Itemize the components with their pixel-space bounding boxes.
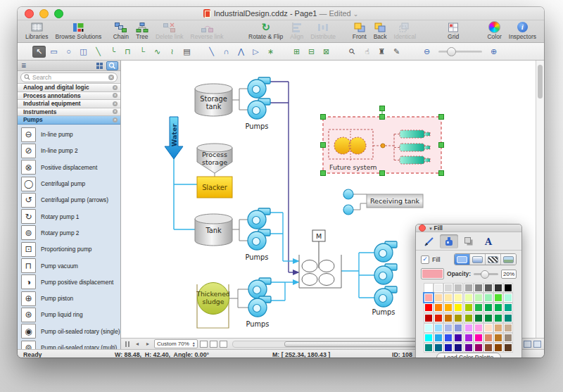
close-category-icon[interactable] (113, 93, 118, 98)
pump-library-item[interactable]: ⊖In-line pump (21, 127, 120, 143)
scrollbar-thumb[interactable] (538, 65, 543, 99)
page-tab[interactable] (210, 341, 217, 348)
pump-library-item[interactable]: ⊘In-line pump 2 (21, 143, 120, 159)
libraries-button[interactable]: Libraries (25, 21, 49, 40)
pump-shape[interactable] (374, 286, 397, 307)
fit-page-icon[interactable] (524, 341, 531, 348)
pump-library-item[interactable]: ⊛Pump liquid ring (21, 307, 120, 323)
color-swatch[interactable] (474, 343, 483, 352)
close-category-icon[interactable] (113, 101, 118, 106)
color-swatch[interactable] (484, 284, 493, 292)
color-swatch[interactable] (484, 303, 493, 312)
search-view-button[interactable] (106, 61, 118, 70)
zoom-slider[interactable] (438, 51, 482, 53)
color-swatch[interactable] (444, 324, 453, 332)
pipe-water[interactable] (174, 159, 197, 229)
color-swatch[interactable] (494, 293, 502, 302)
close-category-icon[interactable] (113, 109, 118, 114)
color-swatch[interactable] (464, 293, 473, 302)
pump-library-item[interactable]: ⊡Proportioning pump (21, 241, 120, 258)
color-swatch[interactable] (504, 334, 512, 342)
color-swatch[interactable] (454, 284, 462, 292)
tab-line-style[interactable] (420, 234, 438, 248)
color-swatch[interactable] (454, 343, 462, 352)
line-tool[interactable]: ╲ (205, 46, 218, 58)
pump-library-item[interactable]: ↻Rotary pump 1 (21, 208, 120, 225)
library-category-instruments[interactable]: Instruments (18, 108, 120, 117)
delete-link-button[interactable]: Delete link (156, 21, 184, 40)
color-swatch[interactable] (434, 293, 443, 302)
color-swatch[interactable] (494, 314, 502, 322)
tree-button[interactable]: Tree (136, 21, 148, 40)
pump-library-item[interactable]: ⊕Pump piston (21, 290, 120, 306)
color-swatch[interactable] (494, 334, 502, 342)
thickened-sludge-shape[interactable]: Thickened sludge (196, 283, 230, 329)
future-blower-shape[interactable] (349, 137, 366, 154)
slacker-shape[interactable]: Slacker (197, 177, 232, 198)
zoom-level-select[interactable]: Custom 70% ▲▼ (154, 339, 198, 348)
color-swatch[interactable] (494, 303, 502, 312)
color-swatch[interactable] (504, 284, 512, 292)
load-color-palette-button[interactable]: Load Color Palette (436, 353, 501, 358)
library-category-industrial-equipment[interactable]: Industrial equipment (18, 100, 120, 108)
magnifier-tool[interactable]: ⚲ (343, 42, 361, 60)
pump-library-item[interactable]: ⊚Rotary pump 2 (21, 225, 120, 241)
color-swatch[interactable] (424, 334, 433, 342)
pump-shape[interactable] (374, 241, 397, 262)
color-swatch[interactable] (484, 293, 493, 302)
color-swatch[interactable] (424, 324, 433, 332)
color-swatch[interactable] (484, 343, 493, 352)
color-swatch[interactable] (464, 324, 473, 332)
back-button[interactable]: Back (374, 21, 387, 40)
color-swatch[interactable] (504, 343, 512, 352)
page-tab[interactable] (200, 341, 208, 348)
color-swatch[interactable] (484, 324, 493, 332)
grid-view-button[interactable] (94, 62, 105, 70)
connector-sludge-pumps[interactable] (229, 289, 248, 308)
process-storage-shape[interactable]: Process storage (197, 144, 232, 173)
zoom-out-button[interactable]: ⊖ (420, 46, 434, 58)
grid-button[interactable]: Grid (448, 21, 459, 40)
hand-tool[interactable]: ☝ (360, 46, 374, 58)
color-swatch[interactable] (494, 343, 502, 352)
fill-dialog-titlebar[interactable]: Fill (416, 225, 521, 232)
color-swatch[interactable] (504, 303, 512, 312)
inspectors-button[interactable]: i Inspectors (509, 21, 536, 40)
close-category-icon[interactable] (113, 118, 118, 122)
color-swatch[interactable] (424, 293, 433, 302)
arrow-shape-tool[interactable]: ▷ (249, 46, 262, 58)
arc-tool[interactable]: ∩ (220, 46, 233, 58)
color-swatch[interactable] (484, 314, 493, 322)
color-swatch[interactable] (444, 293, 453, 302)
future-blower-shape[interactable] (334, 137, 351, 154)
pump-shape[interactable] (248, 99, 270, 119)
color-swatch[interactable] (464, 284, 473, 292)
slider-thumb[interactable] (447, 47, 456, 56)
connector-rect-tool[interactable]: └ (136, 46, 149, 58)
color-swatch[interactable] (474, 314, 483, 322)
pump-shape[interactable] (248, 208, 270, 229)
color-swatch[interactable] (474, 293, 483, 302)
color-swatch[interactable] (424, 343, 433, 352)
library-category-process-annotations[interactable]: Process annotations (18, 92, 120, 101)
chain-button[interactable]: Chain (113, 21, 129, 40)
color-swatch[interactable] (454, 334, 462, 342)
color-swatch[interactable] (474, 334, 483, 342)
close-category-icon[interactable] (113, 85, 118, 90)
color-swatch[interactable] (504, 293, 512, 302)
color-swatch[interactable] (494, 284, 502, 292)
frame-tool[interactable]: ◫ (77, 46, 90, 58)
fill-type-solid[interactable] (455, 254, 470, 265)
zoom-area-tool[interactable]: ⊟ (305, 46, 318, 58)
crop-tool[interactable]: ⊞ (290, 46, 303, 58)
color-swatch[interactable] (504, 314, 512, 322)
color-swatch[interactable] (444, 343, 453, 352)
pump-shape[interactable] (248, 278, 271, 298)
color-swatch[interactable] (494, 324, 502, 332)
smart-shape-tool[interactable]: ∗ (264, 46, 277, 58)
slider-thumb[interactable] (481, 270, 489, 279)
connector-round-tool[interactable]: ∿ (151, 46, 164, 58)
opacity-slider[interactable] (474, 273, 498, 275)
pump-shape[interactable] (248, 229, 270, 250)
clear-search-icon[interactable] (108, 75, 114, 80)
